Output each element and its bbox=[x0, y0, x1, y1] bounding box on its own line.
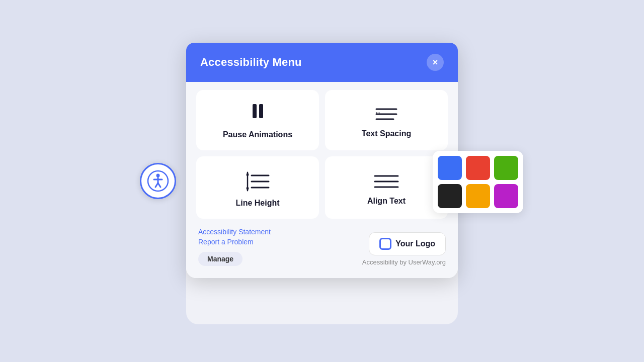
manage-button[interactable]: Manage bbox=[198, 252, 243, 266]
footer-links: Accessibility Statement Report a Problem… bbox=[198, 228, 271, 266]
swatch-orange[interactable] bbox=[466, 184, 490, 208]
menu-item-align-text[interactable]: Align Text bbox=[325, 156, 448, 219]
accessibility-statement-link[interactable]: Accessibility Statement bbox=[198, 228, 271, 236]
svg-line-5 bbox=[158, 183, 160, 187]
pause-animations-label: Pause Animations bbox=[223, 130, 292, 139]
align-text-label: Align Text bbox=[367, 197, 406, 206]
logo-icon bbox=[379, 238, 391, 250]
swatch-blue[interactable] bbox=[438, 156, 462, 180]
menu-item-text-spacing[interactable]: ↔ Text Spacing bbox=[325, 90, 448, 150]
align-text-icon bbox=[373, 172, 400, 191]
svg-marker-12 bbox=[246, 188, 249, 192]
report-problem-link[interactable]: Report a Problem bbox=[198, 238, 271, 246]
line-height-icon bbox=[243, 170, 273, 193]
text-spacing-icon: ↔ bbox=[374, 105, 398, 123]
color-swatches-panel bbox=[433, 151, 523, 213]
accessibility-menu-card: Accessibility Menu × Pause Animations bbox=[186, 43, 458, 278]
page-wrapper: Accessibility Menu × Pause Animations bbox=[0, 0, 644, 362]
logo-text: Your Logo bbox=[395, 239, 435, 248]
menu-item-line-height[interactable]: Line Height bbox=[196, 156, 319, 219]
accessibility-fab-button[interactable] bbox=[140, 163, 176, 199]
text-spacing-label: Text Spacing bbox=[362, 129, 411, 138]
menu-footer: Accessibility Statement Report a Problem… bbox=[196, 228, 448, 266]
logo-box: Your Logo bbox=[369, 232, 446, 255]
menu-body: Pause Animations ↔ Text Spacing bbox=[186, 82, 458, 278]
svg-text:↔: ↔ bbox=[374, 109, 381, 117]
svg-point-1 bbox=[156, 174, 160, 177]
swatch-green[interactable] bbox=[494, 156, 518, 180]
svg-marker-11 bbox=[246, 171, 249, 175]
swatch-purple[interactable] bbox=[494, 184, 518, 208]
powered-by-text: Accessibility by UserWay.org bbox=[362, 258, 446, 266]
menu-header: Accessibility Menu × bbox=[186, 43, 458, 82]
swatch-red[interactable] bbox=[466, 156, 490, 180]
line-height-label: Line Height bbox=[235, 199, 279, 208]
menu-grid: Pause Animations ↔ Text Spacing bbox=[196, 90, 448, 219]
menu-title: Accessibility Menu bbox=[200, 56, 302, 69]
close-button[interactable]: × bbox=[427, 54, 444, 71]
swatch-black[interactable] bbox=[438, 184, 462, 208]
footer-brand: Your Logo Accessibility by UserWay.org bbox=[362, 232, 446, 266]
pause-animations-icon bbox=[253, 104, 263, 124]
menu-item-pause-animations[interactable]: Pause Animations bbox=[196, 90, 319, 150]
